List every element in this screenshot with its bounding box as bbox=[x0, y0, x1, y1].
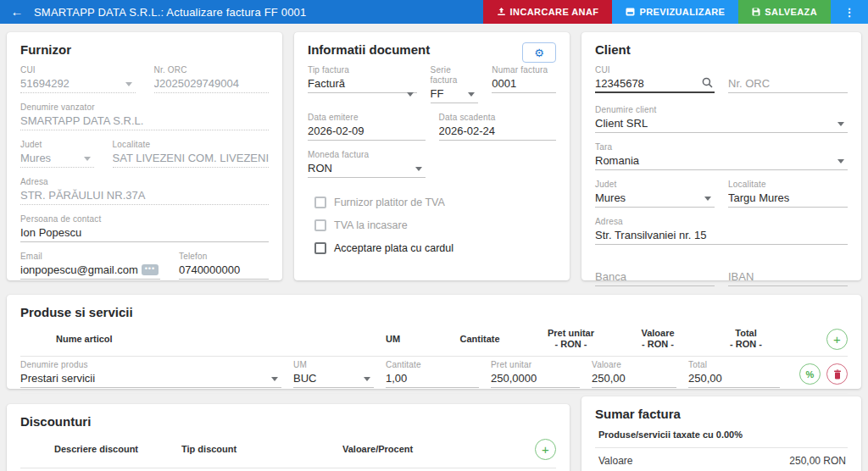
sumar-title: Sumar factura bbox=[595, 407, 848, 421]
preview-document-icon bbox=[626, 8, 635, 16]
previzualizare-button[interactable]: PREVIZUALIZARE bbox=[612, 0, 738, 24]
header-nume-articol: Nume articol bbox=[20, 334, 353, 345]
chevron-down-icon bbox=[84, 157, 91, 161]
chevron-down-icon bbox=[837, 122, 844, 126]
client-panel: Client CUI 12345678 Nr. ORC Denumire cli… bbox=[581, 32, 861, 280]
client-denumire-select[interactable]: Denumire client Client SRL bbox=[595, 105, 848, 133]
chevron-down-icon bbox=[837, 159, 844, 163]
gear-icon: ⚙ bbox=[534, 47, 544, 59]
incarcare-anaf-label: INCARCARE ANAF bbox=[510, 7, 599, 17]
produse-table-header: Nume articol UM Cantitate Pret unitar - … bbox=[20, 328, 848, 357]
chevron-down-icon bbox=[364, 377, 370, 381]
client-adresa-field[interactable]: Adresa Str. Transilvaniei nr. 15 bbox=[595, 217, 848, 245]
produse-title: Produse si servicii bbox=[20, 305, 848, 319]
product-total-field[interactable]: Total 250,00 bbox=[688, 360, 780, 388]
header-cantitate: Cantitate bbox=[433, 334, 526, 345]
header-pret-unitar: Pret unitar - RON - bbox=[526, 328, 615, 350]
chevron-down-icon bbox=[407, 92, 414, 97]
document-title: Informatii document bbox=[308, 42, 430, 57]
chevron-down-icon bbox=[271, 377, 278, 381]
client-judet-select[interactable]: Judet Mures bbox=[595, 180, 715, 208]
product-valoare-field[interactable]: Valoare 250,00 bbox=[592, 360, 676, 388]
data-emitere-field[interactable]: Data emitere 2026-02-09 bbox=[308, 113, 426, 141]
cloud-upload-icon bbox=[497, 8, 506, 16]
tip-factura-select[interactable]: Tip factura Factură bbox=[308, 65, 417, 103]
header-total: Total - RON - bbox=[700, 328, 792, 350]
informatii-document-panel: Informatii document ⚙ Tip factura Factur… bbox=[294, 32, 570, 280]
chevron-down-icon bbox=[415, 167, 422, 171]
furnizor-panel: Furnizor CUI 51694292 Nr. ORC J202502974… bbox=[7, 32, 282, 280]
kebab-menu-icon[interactable]: ⋮ bbox=[844, 6, 855, 19]
previzualizare-label: PREVIZUALIZARE bbox=[639, 7, 725, 17]
furnizor-judet-select: Judet Mures bbox=[20, 140, 94, 168]
furnizor-email-field[interactable]: Email ionpopescu@gmail.com ••• bbox=[20, 252, 160, 280]
client-cui-field[interactable]: CUI 12345678 bbox=[595, 65, 715, 93]
client-localitate-field[interactable]: Localitate Targu Mures bbox=[728, 180, 848, 208]
plus-icon: + bbox=[833, 333, 841, 346]
overflow-menu-zone: ⋮ bbox=[831, 0, 868, 24]
furnizor-telefon-field[interactable]: Telefon 0740000000 bbox=[179, 252, 269, 280]
plus-icon: + bbox=[542, 443, 549, 456]
document-settings-button[interactable]: ⚙ bbox=[522, 42, 556, 63]
product-cantitate-field[interactable]: Cantitate 1,00 bbox=[386, 360, 479, 388]
product-delete-button[interactable] bbox=[826, 363, 848, 385]
sumar-group-label: Produse/servicii taxate cu 0.00% bbox=[598, 429, 848, 440]
header-valoare-procent: Valoare/Procent bbox=[342, 444, 504, 455]
salveaza-label: SALVEAZA bbox=[765, 7, 817, 17]
checkbox-icon bbox=[314, 197, 326, 208]
furnizor-denumire-field: Denumire vanzator SMARTAPP DATA S.R.L. bbox=[20, 103, 269, 130]
furnizor-cui-select: CUI 51694292 bbox=[20, 65, 136, 93]
discounturi-table-header: Descriere discount Tip discount Valoare/… bbox=[20, 439, 556, 468]
save-floppy-icon bbox=[752, 8, 760, 16]
chevron-down-icon bbox=[125, 82, 132, 86]
product-discount-button[interactable]: % bbox=[799, 363, 821, 385]
trash-icon bbox=[833, 369, 842, 380]
salveaza-button[interactable]: SALVEAZA bbox=[738, 0, 831, 24]
client-title: Client bbox=[595, 42, 848, 57]
data-scadenta-field[interactable]: Data scadenta 2026-02-24 bbox=[439, 113, 557, 141]
discounturi-panel: Discounturi Descriere discount Tip disco… bbox=[7, 404, 570, 471]
sumar-factura-panel: Sumar factura Produse/servicii taxate cu… bbox=[581, 396, 861, 471]
checkbox-icon bbox=[314, 242, 326, 254]
furnizor-adresa-field: Adresa STR. PĂRĂULUI NR.37A bbox=[20, 177, 269, 205]
chevron-down-icon bbox=[468, 92, 475, 97]
furnizor-title: Furnizor bbox=[20, 42, 269, 57]
produse-panel: Produse si servicii Nume articol UM Cant… bbox=[7, 295, 861, 389]
client-banca-field[interactable]: Banca bbox=[595, 258, 715, 286]
search-icon[interactable] bbox=[702, 77, 713, 88]
serie-factura-select[interactable]: Serie factura FF bbox=[431, 65, 479, 103]
page-title: SMARTAPP DATA S.R.L.: Actualizare factur… bbox=[34, 6, 306, 19]
header-descriere-discount: Descriere discount bbox=[20, 444, 181, 455]
numar-factura-field[interactable]: Numar factura 0001 bbox=[492, 65, 556, 103]
product-row: Denumire produs Prestari servicii UM BUC… bbox=[20, 357, 848, 394]
app-bar: ← SMARTAPP DATA S.R.L.: Actualizare fact… bbox=[0, 0, 868, 24]
sumar-row-valoare: Valoare 250,00 RON bbox=[595, 447, 848, 471]
checkbox-acceptare-plata-card[interactable]: Acceptare plata cu cardul bbox=[314, 242, 556, 254]
product-pret-field[interactable]: Pret unitar 250,0000 bbox=[491, 360, 580, 388]
furnizor-localitate-field: Localitate SAT LIVEZENI COM. LIVEZENI bbox=[113, 140, 269, 168]
sumar-row-value: 250,00 RON bbox=[789, 455, 846, 467]
email-contacts-icon[interactable]: ••• bbox=[142, 264, 159, 275]
client-iban-field[interactable]: IBAN bbox=[728, 258, 848, 286]
checkbox-icon bbox=[314, 219, 326, 231]
sumar-row-label: Valoare bbox=[598, 455, 632, 467]
add-discount-button[interactable]: + bbox=[535, 439, 556, 460]
product-um-select[interactable]: UM BUC bbox=[293, 360, 374, 388]
header-valoare: Valoare - RON - bbox=[615, 328, 700, 350]
moneda-factura-select[interactable]: Moneda factura RON bbox=[308, 150, 426, 178]
discounturi-title: Discounturi bbox=[20, 414, 556, 429]
furnizor-nr-orc-field: Nr. ORC J2025029749004 bbox=[154, 65, 270, 93]
incarcare-anaf-button[interactable]: INCARCARE ANAF bbox=[483, 0, 613, 24]
header-um: UM bbox=[353, 334, 433, 345]
header-tip-discount: Tip discount bbox=[181, 444, 342, 455]
add-product-button[interactable]: + bbox=[826, 329, 848, 350]
furnizor-persoana-contact-field[interactable]: Persoana de contact Ion Popescu bbox=[20, 214, 269, 242]
client-nr-orc-field[interactable]: Nr. ORC bbox=[728, 65, 848, 93]
chevron-down-icon bbox=[704, 197, 711, 201]
checkbox-tva-la-incasare: TVA la incasare bbox=[314, 219, 556, 231]
percent-icon: % bbox=[806, 369, 815, 380]
back-arrow-icon[interactable]: ← bbox=[0, 0, 34, 24]
client-tara-select[interactable]: Tara Romania bbox=[595, 142, 848, 170]
product-denumire-select[interactable]: Denumire produs Prestari servicii bbox=[20, 360, 281, 388]
checkbox-furnizor-platitor-tva: Furnizor platitor de TVA bbox=[314, 197, 556, 208]
